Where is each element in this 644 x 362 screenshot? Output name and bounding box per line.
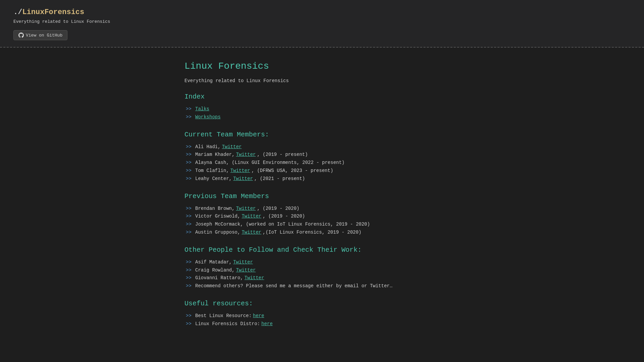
dot-slash: ./ <box>13 8 22 16</box>
current-team-heading: Current Team Members: <box>184 131 460 138</box>
prompt-symbol: >> <box>186 274 194 282</box>
useful-resources-list: >> Best Linux Resource: here >> Linux Fo… <box>184 312 460 328</box>
victor-griswold-twitter-link[interactable]: Twitter <box>241 213 261 221</box>
list-item: >> Joseph McCormack, (worked on IoT Linu… <box>186 221 460 229</box>
talks-link[interactable]: Talks <box>195 105 209 113</box>
prompt-symbol: >> <box>186 320 194 328</box>
list-item: >> Victor Griswold, Twitter, (2019 - 202… <box>186 213 460 221</box>
workshops-link[interactable]: Workshops <box>195 113 221 121</box>
github-button[interactable]: View on GitHub <box>13 30 67 40</box>
previous-team-list: >> Brendan Brown, Twitter, (2019 - 2020)… <box>184 205 460 237</box>
list-item: >> Alayna Cash, (Linux GUI Environments,… <box>186 159 460 167</box>
craig-rowland-twitter-link[interactable]: Twitter <box>236 266 256 275</box>
prompt-symbol: >> <box>186 258 194 266</box>
list-item: >> Mariam Khader, Twitter, (2019 - prese… <box>186 151 460 159</box>
other-people-section: Other People to Follow and Check Their W… <box>184 246 460 290</box>
prompt-symbol: >> <box>186 266 194 275</box>
list-item: >> Talks <box>186 105 460 113</box>
page-title: Linux Forensics <box>184 61 460 71</box>
ali-hadi-twitter-link[interactable]: Twitter <box>222 143 242 151</box>
other-people-list: >> Asif Matadar, Twitter >> Craig Rowlan… <box>184 258 460 290</box>
list-item: >> Asif Matadar, Twitter <box>186 258 460 266</box>
list-item: >> Ali Hadi, Twitter <box>186 143 460 151</box>
prompt-symbol: >> <box>186 159 194 167</box>
github-icon <box>18 33 24 38</box>
prompt-symbol: >> <box>186 282 194 290</box>
linux-forensics-distro-link[interactable]: here <box>261 320 273 328</box>
tom-claflin-twitter-link[interactable]: Twitter <box>230 167 250 175</box>
other-people-heading: Other People to Follow and Check Their W… <box>184 246 460 254</box>
list-item: >> Tom Claflin, Twitter, (DFRWS USA, 202… <box>186 167 460 175</box>
site-title: LinuxForensics <box>22 8 84 16</box>
list-item: >> Recommend others? Please send me a me… <box>186 282 460 290</box>
best-linux-resource-link[interactable]: here <box>253 312 264 320</box>
list-item: >> Craig Rowland, Twitter <box>186 266 460 275</box>
prompt-symbol: >> <box>186 175 194 183</box>
prompt-symbol: >> <box>186 143 194 151</box>
list-item: >> Giovanni Rattaro, Twitter <box>186 274 460 282</box>
current-team-list: >> Ali Hadi, Twitter >> Mariam Khader, T… <box>184 143 460 183</box>
brendan-brown-twitter-link[interactable]: Twitter <box>236 205 256 213</box>
mariam-khader-twitter-link[interactable]: Twitter <box>236 151 256 159</box>
prompt-symbol: >> <box>186 312 194 320</box>
github-button-label: View on GitHub <box>26 33 62 38</box>
prompt-symbol: >> <box>186 151 194 159</box>
header-subtitle: Everything related to Linux Forensics <box>13 19 631 24</box>
header-title-line: ./ LinuxForensics <box>13 8 631 16</box>
prompt-symbol: >> <box>186 113 194 121</box>
leahy-center-twitter-link[interactable]: Twitter <box>233 175 253 183</box>
austin-grupposo-twitter-link[interactable]: Twitter <box>241 229 261 237</box>
list-item: >> Best Linux Resource: here <box>186 312 460 320</box>
prompt-symbol: >> <box>186 167 194 175</box>
prompt-symbol: >> <box>186 213 194 221</box>
index-section: Index >> Talks >> Workshops <box>184 93 460 121</box>
prompt-symbol: >> <box>186 229 194 237</box>
previous-team-heading: Previous Team Members <box>184 192 460 200</box>
index-list: >> Talks >> Workshops <box>184 105 460 121</box>
list-item: >> Leahy Center, Twitter, (2021 - presen… <box>186 175 460 183</box>
previous-team-section: Previous Team Members >> Brendan Brown, … <box>184 192 460 237</box>
page-description: Everything related to Linux Forensics <box>184 78 460 83</box>
index-heading: Index <box>184 93 460 101</box>
prompt-symbol: >> <box>186 105 194 113</box>
list-item: >> Brendan Brown, Twitter, (2019 - 2020) <box>186 205 460 213</box>
list-item: >> Linux Forensics Distro: here <box>186 320 460 328</box>
asif-matadar-twitter-link[interactable]: Twitter <box>233 258 253 266</box>
prompt-symbol: >> <box>186 205 194 213</box>
useful-resources-heading: Useful resources: <box>184 300 460 307</box>
prompt-symbol: >> <box>186 221 194 229</box>
header: ./ LinuxForensics Everything related to … <box>0 0 644 48</box>
useful-resources-section: Useful resources: >> Best Linux Resource… <box>184 300 460 328</box>
list-item: >> Austin Grupposo, Twitter,(IoT Linux F… <box>186 229 460 237</box>
giovanni-rattaro-twitter-link[interactable]: Twitter <box>245 274 264 282</box>
current-team-section: Current Team Members: >> Ali Hadi, Twitt… <box>184 131 460 183</box>
main-content: Linux Forensics Everything related to Li… <box>178 48 466 351</box>
list-item: >> Workshops <box>186 113 460 121</box>
